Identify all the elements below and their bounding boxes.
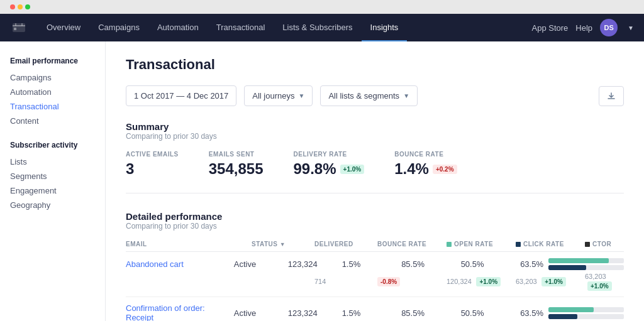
- col-header-email: EMAIL: [126, 241, 252, 248]
- ctor-bar-track-green-2: [548, 307, 624, 312]
- click-rate-color-dot: [516, 242, 521, 247]
- col-header-ctor: CTOR: [585, 241, 624, 248]
- avatar[interactable]: DS: [600, 19, 618, 36]
- open-rate-color-dot: [447, 242, 452, 247]
- sidebar-section-subscriber-activity: Subscriber activity: [10, 141, 105, 150]
- col-header-click: CLICK RATE: [516, 241, 585, 248]
- nav-item-insights[interactable]: Insights: [362, 14, 408, 41]
- email-link-2[interactable]: Confirmation of order: Receipt: [126, 303, 205, 321]
- summary-title: Summary: [126, 121, 624, 132]
- cell-ctor-sub-1: 63,203 +1.0%: [585, 271, 624, 290]
- metric-active-emails-label: ACTIVE EMAILS: [126, 151, 179, 158]
- open-badge-1: +1.0%: [476, 277, 501, 286]
- nav-item-transactional[interactable]: Transactional: [208, 14, 274, 41]
- main-layout: Email performance Campaigns Automation T…: [0, 41, 644, 321]
- ctor-bar-fill-green-2: [548, 307, 594, 312]
- ctor-bar-fill-blue-1: [548, 265, 586, 270]
- page-title: Transactional: [126, 57, 624, 73]
- bounce-badge-1: -0.8%: [377, 277, 400, 286]
- cell-click-sub-1: 63,203 +1.0%: [516, 276, 585, 286]
- cell-ctor-1: 63.5%: [520, 258, 624, 270]
- col-header-bounce: BOUNCE RATE: [377, 241, 447, 248]
- col-header-status[interactable]: STATUS ▼: [252, 241, 314, 248]
- cell-delivered-sub-1: 714: [314, 276, 377, 286]
- sidebar-section-email-performance: Email performance: [10, 57, 105, 65]
- app-store-link[interactable]: App Store: [532, 23, 569, 33]
- nav-item-lists[interactable]: Lists & Subscribers: [274, 14, 361, 41]
- journeys-filter[interactable]: All journeys ▼: [244, 85, 313, 106]
- logo: [10, 19, 28, 36]
- metric-emails-sent-label: EMAILS SENT: [209, 151, 264, 158]
- date-range-filter[interactable]: 1 Oct 2017 — 4 Dec 2017: [126, 85, 236, 106]
- segments-value: All lists & segments: [328, 91, 399, 101]
- ctor-bar-fill-green-1: [548, 258, 609, 263]
- cell-delivered-2: 123,324: [288, 308, 342, 318]
- sidebar-item-engagement[interactable]: Engagement: [10, 183, 105, 198]
- table-row-sub-1: 714 -0.8% 120,324 +1.0% 63,203 +1.0% 63,: [126, 271, 624, 290]
- nav-items: Overview Campaigns Automation Transactio…: [38, 14, 532, 41]
- sidebar-item-segments[interactable]: Segments: [10, 169, 105, 183]
- ctor-color-dot: [585, 242, 590, 247]
- email-link-1[interactable]: Abandoned cart: [126, 259, 184, 269]
- summary-metrics: ACTIVE EMAILS 3 EMAILS SENT 354,855 DELI…: [126, 151, 624, 193]
- cell-click-1: 50.5%: [461, 259, 521, 269]
- cell-email-2: Confirmation of order: Receipt: [126, 303, 234, 321]
- segments-chevron: ▼: [403, 92, 409, 99]
- close-dot[interactable]: [10, 4, 15, 9]
- sidebar: Email performance Campaigns Automation T…: [0, 41, 106, 321]
- ctor-bar-track-green-1: [548, 258, 624, 263]
- minimize-dot[interactable]: [18, 4, 23, 9]
- sidebar-item-campaigns[interactable]: Campaigns: [10, 70, 105, 85]
- top-navigation: Overview Campaigns Automation Transactio…: [0, 14, 644, 41]
- table-row-main-1: Abandoned cart Active 123,324 1.5% 85.5%…: [126, 258, 624, 270]
- window-controls: [5, 4, 35, 9]
- nav-item-campaigns[interactable]: Campaigns: [89, 14, 148, 41]
- table-header: EMAIL STATUS ▼ DELIVERED BOUNCE RATE OPE…: [126, 241, 624, 252]
- cell-email-1: Abandoned cart: [126, 259, 234, 269]
- metric-bounce-rate: BOUNCE RATE 1.4% +0.2%: [394, 151, 457, 178]
- journeys-chevron: ▼: [299, 92, 305, 99]
- nav-item-automation[interactable]: Automation: [148, 14, 208, 41]
- avatar-dropdown-arrow[interactable]: ▼: [628, 24, 634, 31]
- cell-open-1: 85.5%: [401, 259, 461, 269]
- journeys-value: All journeys: [252, 91, 294, 101]
- sidebar-item-geography[interactable]: Geography: [10, 198, 105, 212]
- maximize-dot[interactable]: [25, 4, 30, 9]
- bounce-rate-badge: +0.2%: [433, 165, 457, 174]
- ctor-bar-1: [548, 258, 624, 270]
- cell-ctor-2: 63.5%: [520, 307, 624, 319]
- help-link[interactable]: Help: [575, 23, 592, 33]
- cell-status-1: Active: [234, 259, 288, 269]
- metric-active-emails-value: 3: [126, 160, 179, 178]
- sidebar-item-content[interactable]: Content: [10, 114, 105, 128]
- sidebar-item-lists[interactable]: Lists: [10, 155, 105, 169]
- table-row-main-2: Confirmation of order: Receipt Active 12…: [126, 303, 624, 321]
- ctor-bar-track-blue-1: [548, 265, 624, 270]
- cell-open-2: 85.5%: [401, 308, 461, 318]
- col-header-delivered: DELIVERED: [314, 241, 377, 248]
- cell-open-sub-1: 120,324 +1.0%: [447, 276, 516, 286]
- sidebar-item-automation[interactable]: Automation: [10, 85, 105, 99]
- cell-status-2: Active: [234, 308, 288, 318]
- nav-right: App Store Help DS ▼: [532, 19, 634, 36]
- date-range-value: 1 Oct 2017 — 4 Dec 2017: [134, 91, 228, 101]
- metric-delivery-rate-value: 99.8% +1.0%: [294, 160, 365, 178]
- table-row: Confirmation of order: Receipt Active 12…: [126, 297, 624, 321]
- ctor-badge-1: +1.0%: [587, 281, 612, 291]
- download-button[interactable]: [599, 86, 624, 106]
- metric-delivery-rate-label: DELIVERY RATE: [294, 151, 365, 158]
- cell-click-2: 50.5%: [461, 308, 521, 318]
- metric-emails-sent-value: 354,855: [209, 160, 264, 178]
- sidebar-item-transactional[interactable]: Transactional: [10, 99, 105, 114]
- download-icon: [607, 92, 616, 101]
- col-header-open: OPEN RATE: [447, 241, 516, 248]
- nav-item-overview[interactable]: Overview: [38, 14, 89, 41]
- segments-filter[interactable]: All lists & segments ▼: [320, 85, 418, 106]
- svg-rect-1: [14, 28, 16, 30]
- metric-delivery-rate: DELIVERY RATE 99.8% +1.0%: [294, 151, 365, 178]
- cell-bounce-2: 1.5%: [342, 308, 402, 318]
- click-badge-1: +1.0%: [541, 277, 566, 286]
- filters-row: 1 Oct 2017 — 4 Dec 2017 All journeys ▼ A…: [126, 85, 624, 106]
- ctor-bar-track-blue-2: [548, 314, 624, 319]
- metric-bounce-rate-label: BOUNCE RATE: [394, 151, 457, 158]
